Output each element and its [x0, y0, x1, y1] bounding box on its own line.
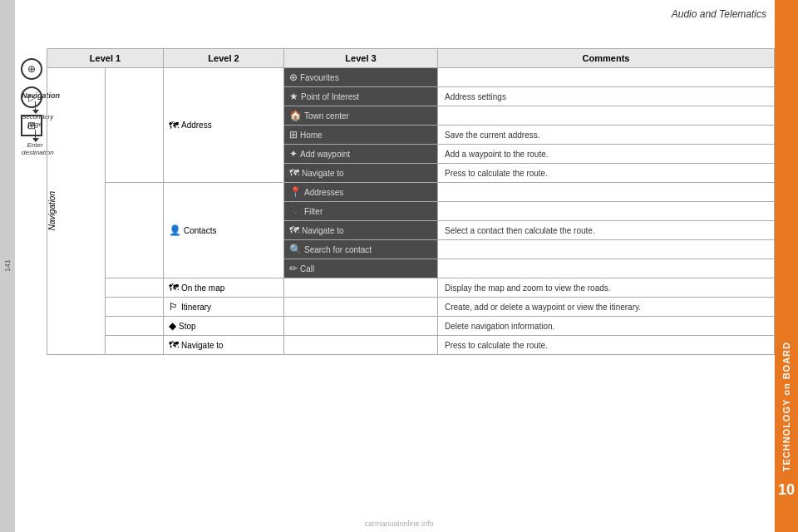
comment-home-text: Save the current address. [438, 127, 774, 143]
comment-navigate-text: Press to calculate the route. [438, 165, 774, 181]
level3-poi: ★ Point of Interest [284, 87, 437, 106]
comment-favourites [438, 68, 775, 87]
table-row: ◆ Stop Delete navigation information. [47, 317, 775, 336]
level2-address-label: Address [181, 121, 212, 130]
empty2 [284, 298, 437, 316]
itinerary-icon: 🏳 [169, 301, 179, 313]
level3-filter: 📞 Filter [284, 202, 437, 220]
navigate-label: Navigate to [302, 169, 344, 178]
header-level3: Level 3 [284, 49, 438, 68]
comment-call [438, 259, 775, 278]
navigate2-icon: 🗺 [289, 224, 299, 236]
level2-contacts-cell: 👤 Contacts [164, 183, 284, 278]
level3-town-cell: 🏠 Town center [284, 106, 438, 126]
comment-addresses-text [438, 189, 774, 195]
header-level1: Level 1 [47, 49, 164, 68]
call-label: Call [300, 264, 314, 273]
comment-filter-text [438, 208, 774, 214]
town-label: Town center [304, 111, 349, 121]
empty4 [284, 336, 437, 354]
comment-navigate2: Select a contact then calculate the rout… [438, 221, 775, 240]
comment-waypoint: Add a waypoint to the route. [438, 145, 775, 164]
level3-navto-empty [284, 336, 438, 355]
level3-call: ✏ Call [284, 259, 437, 278]
poi-icon: ★ [289, 91, 298, 102]
level2-itinerary-cell: 🏳 Itinerary [164, 298, 284, 317]
search-icon: 🔍 [289, 244, 302, 255]
waypoint-icon: ✦ [289, 148, 298, 160]
navigation-table: Level 1 Level 2 Level 3 Comments Navigat… [47, 48, 775, 355]
level1-sub-cell6 [106, 336, 164, 355]
navto-label: Navigate to [181, 341, 224, 350]
level3-itinerary-empty [284, 298, 438, 317]
level1-sub-cell [106, 68, 164, 183]
addresses-label: Addresses [304, 188, 343, 197]
table-row: Navigation 🗺 Address ⊕ Favourites [47, 68, 775, 87]
comment-map-text: Display the map and zoom to view the roa… [438, 280, 774, 296]
level2-address-cell: 🗺 Address [164, 68, 284, 183]
level2-stop-cell: ◆ Stop [164, 317, 284, 336]
stop-icon: ◆ [169, 320, 176, 332]
comment-navto-text: Press to calculate the route. [438, 337, 774, 353]
nav-label-area: Navigation Secondary page Enter destinat… [22, 91, 48, 156]
page-title: Audio and Telematics [672, 8, 766, 20]
comment-town-text [438, 112, 774, 119]
chapter-label: TECHNOLOGY on BOARD [781, 342, 791, 471]
comment-favourites-text [438, 74, 774, 81]
nav-label: Navigation [22, 91, 48, 100]
comment-stop: Delete navigation information. [438, 317, 775, 336]
contacts-icon: 👤 [169, 224, 181, 236]
level3-filter-cell: 📞 Filter [284, 202, 438, 221]
level3-call-cell: ✏ Call [284, 259, 438, 278]
comment-navigate2-text: Select a contact then calculate the rout… [438, 223, 774, 239]
enter-dest-label: Enter destination [22, 141, 48, 156]
table-row: 🗺 Navigate to Press to calculate the rou… [47, 336, 775, 355]
navigate-icon: 🗺 [289, 167, 299, 179]
address-icon: 🗺 [169, 120, 179, 131]
favourites-icon: ⊕ [289, 71, 298, 83]
comment-poi-text: Address settings [438, 89, 774, 105]
level3-navigate-cell: 🗺 Navigate to [284, 164, 438, 183]
level2-navto-cell: 🗺 Navigate to [164, 336, 284, 355]
level3-home-cell: ⊞ Home [284, 126, 438, 145]
navto-icon: 🗺 [169, 339, 179, 351]
comment-home: Save the current address. [438, 126, 775, 145]
level3-favourites: ⊕ Favourites [284, 68, 437, 86]
home-icon: ⊞ [289, 129, 298, 140]
left-strip: 141 [0, 0, 15, 532]
addresses-icon: 📍 [289, 186, 302, 198]
secondary-page-label: Secondary page [22, 113, 48, 128]
map-label: On the map [181, 283, 224, 293]
level3-favourites-cell: ⊕ Favourites [284, 68, 438, 87]
compass-icon[interactable]: ⊕ [21, 58, 42, 80]
page-number: 141 [3, 259, 12, 272]
level2-map-cell: 🗺 On the map [164, 278, 284, 298]
level3-poi-cell: ★ Point of Interest [284, 87, 438, 106]
filter-label: Filter [304, 207, 323, 216]
contacts-label: Contacts [184, 226, 216, 235]
empty [284, 278, 437, 297]
comment-navto: Press to calculate the route. [438, 336, 775, 355]
table-row: 👤 Contacts 📍 Addresses [47, 183, 775, 202]
header-level2: Level 2 [164, 49, 284, 68]
level1-cell: Navigation [47, 68, 106, 355]
comment-itinerary: Create, add or delete a waypoint or view… [438, 298, 775, 317]
comment-itinerary-text: Create, add or delete a waypoint or view… [438, 299, 774, 315]
level3-town: 🏠 Town center [284, 106, 437, 125]
level3-search-cell: 🔍 Search for contact [284, 240, 438, 259]
stop-label: Stop [179, 322, 196, 331]
navigate2-label: Navigate to [302, 226, 344, 235]
level3-addresses-cell: 📍 Addresses [284, 183, 438, 202]
level2-stop: ◆ Stop [164, 317, 283, 335]
comment-navigate: Press to calculate the route. [438, 164, 775, 183]
level2-map: 🗺 On the map [164, 278, 283, 297]
level3-search: 🔍 Search for contact [284, 240, 437, 259]
level3-map-empty [284, 278, 438, 298]
chapter-number: 10 [778, 481, 795, 499]
waypoint-label: Add waypoint [300, 150, 350, 159]
level3-navigate2: 🗺 Navigate to [284, 221, 437, 239]
watermark: carmanualonline.info [364, 520, 433, 528]
table-row: 🏳 Itinerary Create, add or delete a wayp… [47, 298, 775, 317]
level2-itinerary: 🏳 Itinerary [164, 298, 283, 316]
comment-search [438, 240, 775, 259]
